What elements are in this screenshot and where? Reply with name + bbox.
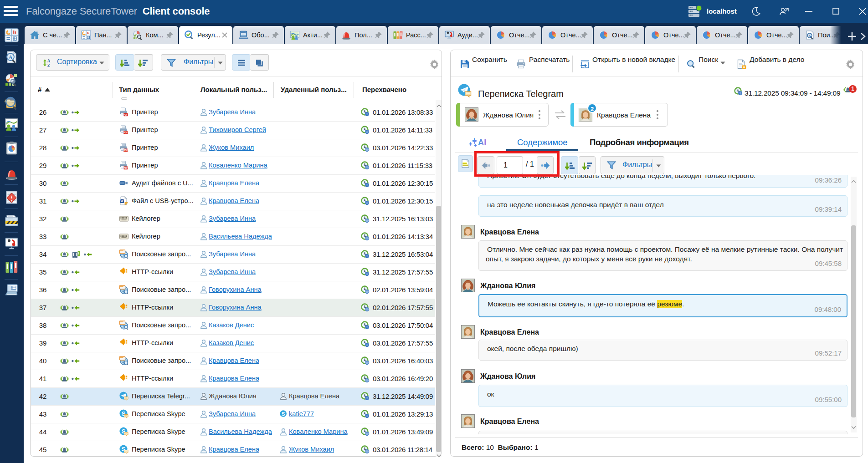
svg-text:PDF: PDF xyxy=(123,149,128,152)
svg-text:PDF: PDF xyxy=(123,132,128,134)
svg-text:A: A xyxy=(9,54,13,61)
svg-text:PDF: PDF xyxy=(123,167,128,169)
svg-text:Z: Z xyxy=(47,63,50,68)
svg-text:PDF: PDF xyxy=(123,114,128,116)
svg-text:W: W xyxy=(120,199,124,203)
svg-text:S: S xyxy=(282,411,285,417)
svg-text:A: A xyxy=(808,34,811,38)
svg-text:A: A xyxy=(47,59,51,63)
